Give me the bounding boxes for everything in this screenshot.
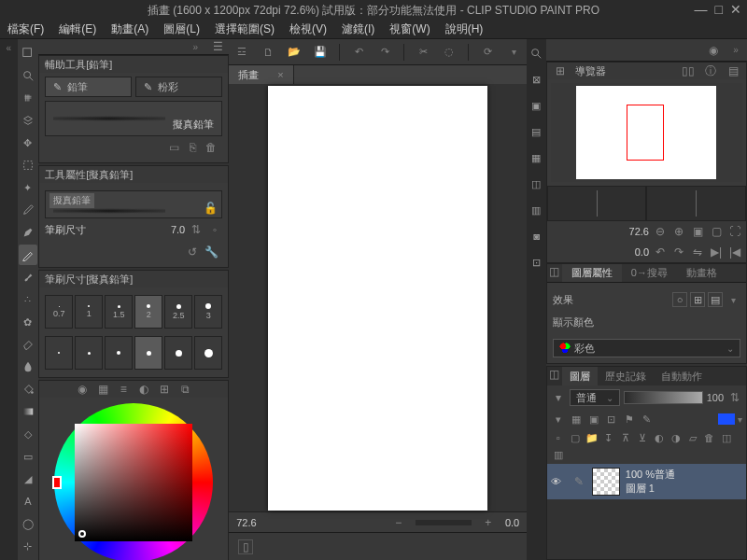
close-button[interactable]: ✕	[730, 2, 741, 17]
rec-icon[interactable]: ◉	[706, 43, 721, 58]
nav-rot-value[interactable]: 0.0	[635, 246, 649, 258]
folder-icon[interactable]: 📁	[585, 430, 599, 445]
layer-colorlabel[interactable]	[718, 413, 735, 425]
draft-icon[interactable]: ✎	[640, 412, 655, 427]
size-r4[interactable]	[134, 336, 162, 370]
two-icon[interactable]: ◫	[719, 430, 734, 445]
eye-icon[interactable]: 👁	[551, 476, 566, 487]
tool-eraser[interactable]	[19, 334, 37, 355]
brush-preview[interactable]: 擬真鉛筆	[45, 101, 222, 136]
qa-material[interactable]: ▣	[527, 95, 545, 116]
layer-icon[interactable]: ◫	[547, 367, 562, 382]
zoom-slider[interactable]	[416, 520, 472, 525]
tool-wand[interactable]: ✦	[19, 177, 37, 198]
tool-brush[interactable]	[19, 267, 37, 287]
alpha-lock-icon[interactable]: ▦	[569, 412, 584, 427]
mask-icon[interactable]: ◐	[652, 430, 667, 445]
subtool-pencil-btn[interactable]: ✎ 鉛筆	[45, 77, 132, 97]
hue-handle[interactable]	[52, 476, 62, 489]
tool-figure[interactable]: ◇	[19, 424, 37, 444]
actual-icon[interactable]: ▢	[709, 224, 724, 239]
colorslider-icon[interactable]: ≡	[116, 382, 131, 397]
tab-close-icon[interactable]: ×	[277, 69, 283, 80]
flip-v-icon[interactable]: ▶|	[709, 245, 724, 259]
qa-search[interactable]	[527, 43, 545, 63]
nav-icon[interactable]: ⊞	[553, 63, 568, 78]
expand-icon[interactable]: ⛶	[727, 224, 742, 239]
zoom-in-icon[interactable]: ⊕	[671, 224, 686, 239]
qa-3d[interactable]: ◫	[527, 174, 545, 194]
size-15[interactable]: 1.5	[105, 295, 133, 329]
layermenu-icon[interactable]: ▾	[551, 390, 566, 405]
tool-ruler[interactable]: ◢	[19, 469, 37, 489]
reset-rot-icon[interactable]: |◀	[727, 245, 742, 259]
new-icon[interactable]: ▭	[166, 140, 181, 155]
open-icon[interactable]: 📂	[285, 43, 303, 62]
chevron-collapse-icon[interactable]: »	[728, 43, 743, 58]
tool-select[interactable]	[19, 155, 37, 175]
copy-icon[interactable]: ⎘	[185, 140, 200, 155]
zoom-out-icon[interactable]: ⊖	[653, 224, 668, 239]
size-r2[interactable]	[75, 336, 103, 370]
sv-handle[interactable]	[78, 530, 86, 538]
subtool-pastel-btn[interactable]: ✎ 粉彩	[135, 77, 222, 97]
stepper-icon[interactable]: ⇅	[727, 390, 742, 405]
nav-thumb-2[interactable]	[646, 186, 746, 221]
qa-close[interactable]: ⊠	[527, 69, 545, 90]
fit-icon[interactable]: ▣	[690, 224, 705, 239]
rot-ccw-icon[interactable]: ↶	[653, 245, 668, 259]
tool-grad[interactable]	[19, 401, 37, 422]
maximize-button[interactable]: □	[715, 2, 723, 17]
flip-h-icon[interactable]: ⇋	[690, 245, 705, 259]
colorset-icon[interactable]: ▦	[95, 382, 110, 397]
menu-anim[interactable]: 動畫(A)	[111, 21, 148, 37]
link-icon[interactable]: ◦	[207, 222, 222, 237]
canvas[interactable]	[268, 86, 487, 511]
nav-viewport-rect[interactable]	[627, 105, 664, 161]
qa-download[interactable]: ⊡	[527, 252, 545, 273]
px-lock-icon[interactable]: ▣	[586, 412, 601, 427]
tab-autoaction[interactable]: 自動動作	[654, 367, 710, 385]
layer-thumbnail[interactable]	[592, 468, 620, 496]
ruler-icon[interactable]: ▱	[685, 430, 700, 445]
tab-layers[interactable]: 圖層	[562, 367, 598, 385]
brushsize-value[interactable]: 7.0	[171, 224, 185, 235]
colorwheel-icon[interactable]: ◉	[75, 382, 90, 397]
trash-icon[interactable]: 🗑	[702, 430, 717, 445]
menu-edit[interactable]: 編輯(E)	[59, 21, 96, 37]
nav-thumb-1[interactable]	[547, 186, 647, 221]
newlayer-icon[interactable]: ▫	[551, 430, 566, 445]
tab-animcel[interactable]: 動畫格	[677, 264, 726, 282]
menu-view[interactable]: 檢視(V)	[289, 21, 327, 37]
zoom-out-icon[interactable]: −	[391, 515, 406, 530]
size-25[interactable]: 2.5	[164, 295, 192, 329]
cut-icon[interactable]: ✂	[414, 43, 432, 62]
size-r6[interactable]	[194, 336, 222, 370]
navigator-preview[interactable]	[551, 83, 742, 182]
colormode-dropdown[interactable]: 彩色 ⌄	[553, 339, 740, 357]
tool-airbrush[interactable]: ∴	[19, 289, 37, 310]
colorapprox-icon[interactable]: ⊞	[157, 382, 172, 397]
size-r1[interactable]	[45, 336, 73, 370]
tool-blend[interactable]	[19, 357, 37, 377]
wrench-icon[interactable]: 🔧	[204, 245, 218, 259]
newfolder-icon[interactable]: ▢	[568, 430, 583, 445]
layerprop-icon[interactable]: ◫	[547, 264, 562, 279]
tool-pen[interactable]	[19, 222, 37, 243]
menu-file[interactable]: 檔案(F)	[7, 21, 44, 37]
colorhist-icon[interactable]: ⧉	[177, 382, 192, 397]
nav-zoom-value[interactable]: 72.6	[629, 226, 649, 237]
menu-filter[interactable]: 濾鏡(I)	[342, 21, 374, 37]
minimize-button[interactable]: —	[695, 2, 708, 17]
menu-icon[interactable]: ☰	[210, 39, 225, 54]
color-wheel[interactable]	[54, 403, 213, 560]
color-square[interactable]	[75, 424, 192, 541]
tool-eyedrop[interactable]	[19, 200, 37, 220]
redo-icon[interactable]: ↷	[375, 43, 394, 62]
tab-layerprop[interactable]: 圖層屬性	[562, 264, 622, 282]
layer-name-text[interactable]: 圖層 1	[626, 482, 675, 496]
menu-help[interactable]: 說明(H)	[445, 21, 484, 37]
info-icon[interactable]: ⓘ	[703, 63, 718, 78]
tab-search[interactable]: 0→搜尋	[622, 264, 677, 282]
qa-manga[interactable]: ▥	[527, 200, 545, 220]
